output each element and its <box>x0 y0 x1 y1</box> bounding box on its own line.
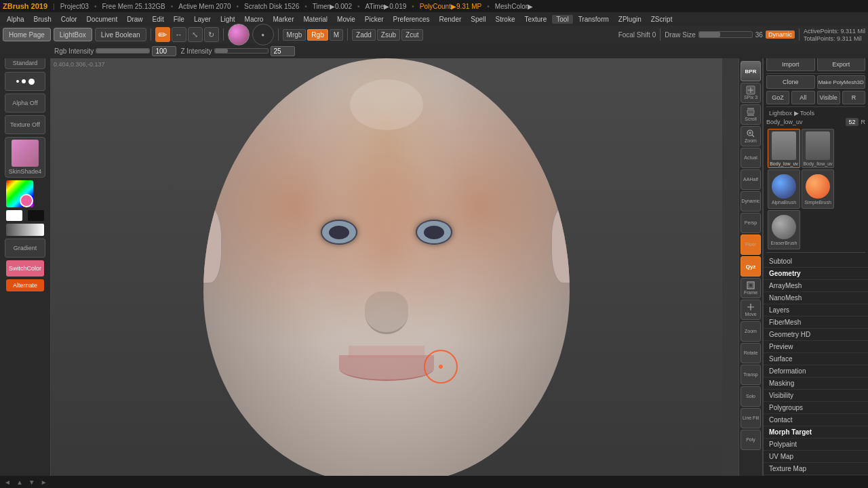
qyz-btn[interactable]: Qyz <box>741 256 761 277</box>
menu-item-deformation[interactable]: Deformation <box>764 365 868 378</box>
gradient-label-btn[interactable]: Gradient <box>5 239 45 258</box>
thumb-alpha-brush[interactable]: AlphaBrush <box>768 169 800 209</box>
menu-item-fibermesh[interactable]: FiberMesh <box>764 317 868 329</box>
menu-item-geometry[interactable]: Geometry <box>764 268 868 280</box>
menu-picker[interactable]: Picker <box>361 15 388 24</box>
menu-spell[interactable]: Spell <box>467 15 490 24</box>
bottom-arrow-up[interactable]: ▲ <box>16 479 23 486</box>
menu-item-texture-map[interactable]: Texture Map <box>764 463 868 475</box>
zoom-2d-btn[interactable]: Zoom <box>741 126 761 146</box>
texture-off-tool[interactable]: Texture Off <box>5 115 45 134</box>
menu-item-polypaint[interactable]: Polypaint <box>764 439 868 451</box>
menu-preferences[interactable]: Preferences <box>389 15 434 24</box>
all-btn[interactable]: All <box>791 91 814 104</box>
export-btn[interactable]: Export <box>817 58 866 71</box>
dynamic-btn[interactable]: Dynamic <box>741 191 761 211</box>
rotate-mode-btn[interactable]: ↻ <box>204 27 219 42</box>
bottom-arrow-down[interactable]: ▼ <box>28 479 35 486</box>
zadd-btn[interactable]: Zadd <box>352 29 376 41</box>
dynamic-label[interactable]: Dynamic <box>766 30 795 39</box>
canvas-area[interactable]: 0.404,0.306,-0.137 <box>51 58 722 483</box>
menu-item-arraymesh[interactable]: ArrayMesh <box>764 280 868 292</box>
menu-material[interactable]: Material <box>300 15 332 24</box>
menu-texture[interactable]: Texture <box>520 15 551 24</box>
goz-btn[interactable]: GoZ <box>766 91 789 104</box>
switch-color-btn[interactable]: SwitchColor <box>6 260 44 277</box>
m-btn[interactable]: M <box>330 29 343 41</box>
persp-btn[interactable]: Persp <box>741 213 761 233</box>
bottom-arrow-left[interactable]: ◄ <box>4 479 11 486</box>
menu-macro[interactable]: Macro <box>241 15 268 24</box>
poly-btn[interactable]: Poly <box>741 430 761 450</box>
gradient-tool[interactable] <box>6 224 44 236</box>
menu-marker[interactable]: Marker <box>269 15 298 24</box>
alternate-btn[interactable]: Alternate <box>6 279 44 291</box>
rgb-btn[interactable]: Rgb <box>307 29 328 41</box>
menu-item-nanomesh[interactable]: NanoMesh <box>764 292 868 304</box>
scroll-btn[interactable]: Scroll <box>741 104 761 125</box>
menu-movie[interactable]: Movie <box>333 15 359 24</box>
menu-item-visibility[interactable]: Visibility <box>764 390 868 402</box>
draw-mode-btn[interactable]: ✏ <box>155 27 170 42</box>
menu-color[interactable]: Color <box>57 15 81 24</box>
thumb-body-low-uv2[interactable]: Body_llow_uv <box>802 129 834 168</box>
rotate-3d-btn[interactable]: Rotate <box>741 343 761 363</box>
menu-layer[interactable]: Layer <box>190 15 215 24</box>
lightbox-tools-label[interactable]: Lightbox ▶ Tools <box>766 108 865 118</box>
frame-btn[interactable]: Frame <box>741 278 761 298</box>
menu-transform[interactable]: Transform <box>574 15 613 24</box>
material-preview[interactable] <box>228 24 250 45</box>
make-polymesh-btn[interactable]: Make PolyMesh3D <box>817 75 866 89</box>
mrgb-btn[interactable]: Mrgb <box>283 29 307 41</box>
viewport[interactable]: 0.404,0.306,-0.137 <box>51 58 722 483</box>
clone-btn[interactable]: Clone <box>766 75 815 89</box>
spix-btn[interactable]: SPix 3 <box>741 83 761 103</box>
actual-btn[interactable]: Actual <box>741 148 761 168</box>
import-btn[interactable]: Import <box>766 58 815 71</box>
menu-render[interactable]: Render <box>435 15 466 24</box>
thumb-eraser-brush[interactable]: EraserBrush <box>768 210 800 249</box>
dots-tool[interactable] <box>5 72 45 91</box>
color-picker[interactable] <box>6 180 44 221</box>
rgb-intensity-slider[interactable] <box>96 48 150 54</box>
zoom-3d-btn[interactable]: Zoom <box>741 321 761 342</box>
visible-btn[interactable]: Visible <box>817 91 840 104</box>
alpha-off-tool[interactable]: Alpha Off <box>5 94 45 113</box>
menu-stroke[interactable]: Stroke <box>492 15 519 24</box>
draw-size-slider[interactable] <box>698 31 753 38</box>
home-page-btn[interactable]: Home Page <box>3 28 51 41</box>
z-intensity-slider[interactable] <box>214 48 269 54</box>
aahalf-btn[interactable]: AAHalf <box>741 169 761 190</box>
menu-brush[interactable]: Brush <box>30 15 56 24</box>
menu-item-preview[interactable]: Preview <box>764 341 868 353</box>
menu-alpha[interactable]: Alpha <box>3 15 28 24</box>
bpr-btn[interactable]: BPR <box>741 61 761 81</box>
transp-btn[interactable]: Transp <box>741 365 761 385</box>
linefill-btn[interactable]: Line Fill <box>741 408 761 428</box>
thumb-simple-brush[interactable]: SimpleBrush <box>802 169 834 209</box>
live-boolean-btn[interactable]: Live Boolean <box>95 28 146 41</box>
menu-light[interactable]: Light <box>216 15 239 24</box>
menu-zplugin[interactable]: ZPlugin <box>614 15 646 24</box>
menu-item-polygroups[interactable]: Polygroups <box>764 402 868 414</box>
render-mode-btn[interactable]: ● <box>252 24 274 45</box>
lightbox-btn[interactable]: LightBox <box>54 28 92 41</box>
menu-tool[interactable]: Tool <box>552 15 572 24</box>
menu-zscript[interactable]: ZScript <box>647 15 677 24</box>
menu-item-masking[interactable]: Masking <box>764 378 868 390</box>
r-btn[interactable]: R <box>842 91 865 104</box>
zcut-btn[interactable]: Zcut <box>401 29 422 41</box>
menu-edit[interactable]: Edit <box>149 15 168 24</box>
menu-file[interactable]: File <box>170 15 189 24</box>
scale-mode-btn[interactable]: ⤡ <box>188 27 203 42</box>
solo-btn[interactable]: Solo <box>741 386 761 407</box>
menu-item-surface[interactable]: Surface <box>764 353 868 365</box>
menu-item-geometry-hd[interactable]: Geometry HD <box>764 329 868 341</box>
floor-btn[interactable]: Floor <box>741 235 761 255</box>
menu-draw[interactable]: Draw <box>123 15 146 24</box>
skin-shade-tool[interactable]: SkinShade4 <box>5 137 45 178</box>
menu-item-contact[interactable]: Contact <box>764 414 868 426</box>
zsub-btn[interactable]: Zsub <box>377 29 400 41</box>
menu-item-morph-target[interactable]: Morph Target <box>764 426 868 439</box>
move-mode-btn[interactable]: ↔ <box>172 27 186 42</box>
